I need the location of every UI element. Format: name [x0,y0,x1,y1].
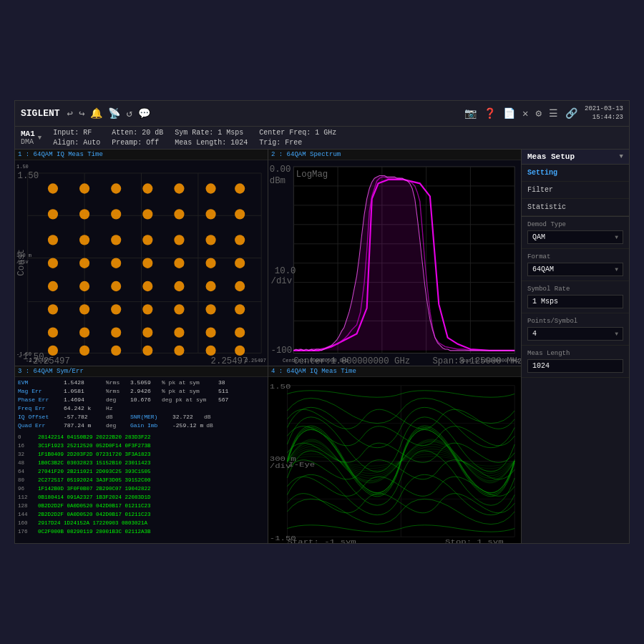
meas-length-label: Meas Length [527,350,623,357]
svg-point-42 [235,258,245,268]
svg-point-44 [79,281,89,291]
svg-point-47 [174,281,184,291]
svg-text:1.50: 1.50 [18,171,39,181]
demod-type-arrow: ▼ [615,234,618,240]
panels-bottom-row: 3 : 64QAM Sym/Err EVM 1.5428 %rms 3.5059… [15,366,521,543]
svg-point-16 [79,183,89,193]
close-icon[interactable]: ✕ [522,107,528,119]
points-symbol-box[interactable]: 4 ▼ [527,327,623,341]
svg-point-52 [111,304,121,314]
svg-point-24 [111,209,121,219]
svg-text:1.50: 1.50 [270,384,291,391]
svg-text:Start: -1 sym: Start: -1 sym [287,539,356,543]
symbol-rate-value: 1 Msps [532,298,558,306]
redo-icon[interactable]: ↪ [79,107,84,119]
svg-point-64 [48,346,58,356]
svg-point-50 [48,304,58,314]
spectrum-svg: 0.00 dBm 10.0 /div -100 LogMag [268,160,521,366]
svg-point-49 [235,281,245,291]
svg-text:0.00: 0.00 [270,165,291,175]
svg-point-21 [235,183,245,193]
file-icon[interactable]: 📄 [503,107,515,119]
svg-point-40 [174,258,184,268]
ma-dropdown-arrow[interactable]: ▼ [38,135,42,142]
svg-point-68 [174,346,184,356]
top-bar: SIGLENT ↩ ↪ 🔔 📡 ↺ 💬 📷 ❓ 📄 ✕ ⚙ ☰ 🔗 2021-0… [15,101,629,127]
section-demod-type: Demod Type QAM ▼ [522,217,629,249]
menu-icon[interactable]: ☰ [549,107,558,119]
svg-point-66 [111,346,121,356]
svg-point-39 [142,258,152,268]
svg-point-20 [206,183,216,193]
const-y-div-label: 300 m/div [16,253,31,265]
format-box[interactable]: 64QAM ▼ [527,263,623,276]
svg-point-28 [235,209,245,219]
svg-point-48 [206,281,216,291]
spectrum-x-center: Center:1.000000000 GHz [283,358,348,364]
svg-point-63 [235,328,245,338]
signal-icon[interactable]: 📡 [108,107,120,119]
svg-point-15 [48,183,58,193]
symbol-rate-box[interactable]: 1 Msps [527,295,623,308]
panels-top-row: 1 : 64QAM IQ Meas Time [15,150,521,366]
refresh-icon[interactable]: ↺ [126,107,132,119]
top-right-icons: 📷 ❓ 📄 ✕ ⚙ ☰ 🔗 [464,107,577,119]
svg-text:/div: /div [271,276,293,286]
svg-point-45 [111,281,121,291]
svg-point-57 [48,328,58,338]
sidebar-header: Meas Setup ▼ [522,150,629,165]
sidebar-title: Meas Setup [527,152,575,161]
svg-point-19 [174,183,184,193]
message-icon[interactable]: 💬 [138,107,150,119]
svg-text:/div: /div [270,463,291,469]
svg-point-58 [79,328,89,338]
tab-filter[interactable]: Filter [522,182,629,199]
svg-point-33 [174,235,184,245]
svg-text:10.0: 10.0 [275,266,296,276]
main-area: 1 : 64QAM IQ Meas Time [15,150,629,543]
spectrum-x-span: Span:3.125000000 MHz [459,358,519,364]
demod-type-box[interactable]: QAM ▼ [527,230,623,244]
svg-point-46 [142,281,152,291]
panel-1-constellation: 1 : 64QAM IQ Meas Time [15,150,268,366]
tab-setting[interactable]: Setting [522,165,629,182]
const-y-bottom: -1.50 [16,351,31,357]
panel-2-title: 2 : 64QAM Spectrum [268,150,521,160]
format-label: Format [527,253,623,260]
link-icon[interactable]: 🔗 [565,107,577,119]
svg-point-32 [142,235,152,245]
meas-length-value: 1024 [532,362,550,370]
tab-statistic[interactable]: Statistic [522,199,629,216]
alert-icon[interactable]: 🔔 [90,107,102,119]
panel-4-content: 1.50 -1.50 300 m /div I-Eye Start: -1 sy… [268,377,521,543]
sidebar-tabs: Setting Filter Statistic [522,165,629,217]
panel-2-spectrum: 2 : 64QAM Spectrum [268,150,521,366]
param-symrate: Sym Rate: 1 Msps Meas Length: 1024 [175,128,248,148]
svg-point-17 [111,183,121,193]
svg-text:dBm: dBm [270,176,286,186]
camera-icon[interactable]: 📷 [464,107,477,119]
panel-4-eye: 4 : 64QAM IQ Meas Time [268,366,521,543]
svg-point-60 [142,328,152,338]
sidebar-dropdown-arrow[interactable]: ▼ [620,153,623,160]
metric-quaderr: Quad Err 787.24 m deg Gain Imb -259.12 m… [18,421,265,430]
svg-point-54 [174,304,184,314]
svg-text:LogMag: LogMag [296,170,328,180]
metric-evm: EVM 1.5428 %rms 3.5059 % pk at sym 38 [18,379,265,387]
panel-3-title: 3 : 64QAM Sym/Err [15,366,268,377]
svg-point-25 [142,209,152,219]
svg-point-55 [206,304,216,314]
svg-point-31 [111,235,121,245]
const-x-right: 2.25497 [245,358,266,364]
svg-point-26 [174,209,184,219]
settings-icon[interactable]: ⚙ [536,107,542,119]
svg-point-29 [48,235,58,245]
help-icon[interactable]: ❓ [484,107,496,119]
metric-phaseerr: Phase Err 1.4694 deg 10.676 deg pk at sy… [18,396,265,404]
svg-point-43 [48,281,58,291]
meas-length-box[interactable]: 1024 [527,359,623,373]
undo-icon[interactable]: ↩ [67,107,73,119]
section-symbol-rate: Symbol Rate 1 Msps [522,281,629,313]
svg-text:-100: -100 [271,346,293,356]
ma-selector[interactable]: MA1 DMA ▼ [21,130,42,146]
